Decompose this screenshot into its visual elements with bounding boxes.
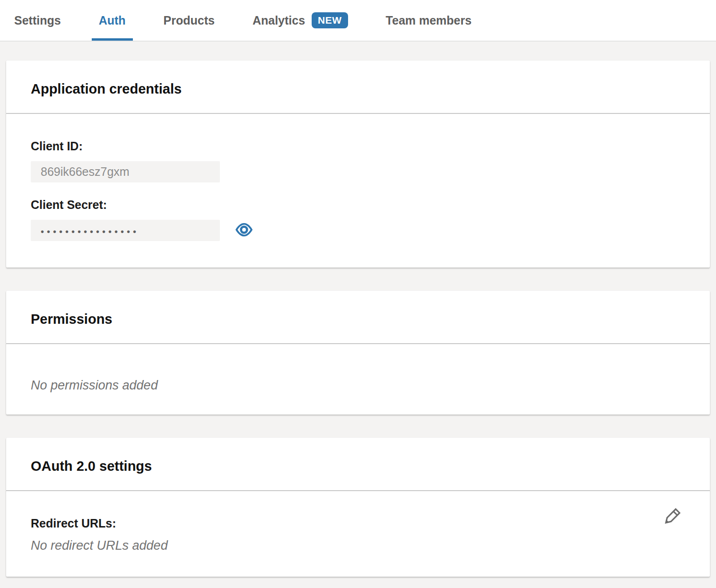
permissions-title: Permissions [31, 311, 685, 327]
edit-redirect-urls-button[interactable] [661, 506, 682, 529]
client-secret-row: •••••••••••••••• [31, 220, 685, 241]
client-id-field: 869ik66esz7gxm [31, 161, 220, 182]
redirect-urls-empty-text: No redirect URLs added [31, 538, 685, 553]
application-credentials-header: Application credentials [6, 61, 710, 114]
tab-team-members[interactable]: Team members [379, 0, 479, 41]
reveal-secret-button[interactable] [235, 222, 253, 239]
oauth-settings-header: OAuth 2.0 settings [6, 438, 710, 491]
tab-analytics[interactable]: Analytics NEW [245, 0, 355, 41]
permissions-empty-text: No permissions added [31, 378, 685, 393]
permissions-header: Permissions [6, 291, 710, 344]
permissions-body: No permissions added [6, 344, 710, 415]
tab-analytics-label: Analytics [253, 14, 305, 27]
tab-products-label: Products [164, 14, 215, 27]
oauth-settings-title: OAuth 2.0 settings [31, 458, 685, 474]
tab-team-members-label: Team members [386, 14, 472, 27]
oauth-settings-body: Redirect URLs: No redirect URLs added [6, 491, 710, 577]
main-content: Application credentials Client ID: 869ik… [0, 42, 716, 577]
client-secret-label: Client Secret: [31, 198, 685, 212]
tab-settings[interactable]: Settings [7, 0, 68, 41]
redirect-urls-label: Redirect URLs: [31, 517, 685, 530]
tab-settings-label: Settings [14, 14, 61, 27]
tab-auth[interactable]: Auth [92, 0, 133, 41]
permissions-card: Permissions No permissions added [6, 291, 710, 415]
client-secret-field: •••••••••••••••• [31, 220, 220, 241]
pencil-icon [661, 522, 682, 529]
oauth-settings-card: OAuth 2.0 settings Redirect URLs: No red… [6, 438, 710, 577]
application-credentials-title: Application credentials [31, 81, 685, 97]
tab-bar: Settings Auth Products Analytics NEW Tea… [0, 0, 716, 42]
application-credentials-body: Client ID: 869ik66esz7gxm Client Secret:… [6, 114, 710, 268]
tab-products[interactable]: Products [157, 0, 222, 41]
client-id-label: Client ID: [31, 139, 685, 153]
eye-icon [235, 222, 253, 239]
new-badge: NEW [312, 12, 348, 28]
application-credentials-card: Application credentials Client ID: 869ik… [6, 61, 710, 268]
tab-auth-label: Auth [99, 14, 126, 27]
